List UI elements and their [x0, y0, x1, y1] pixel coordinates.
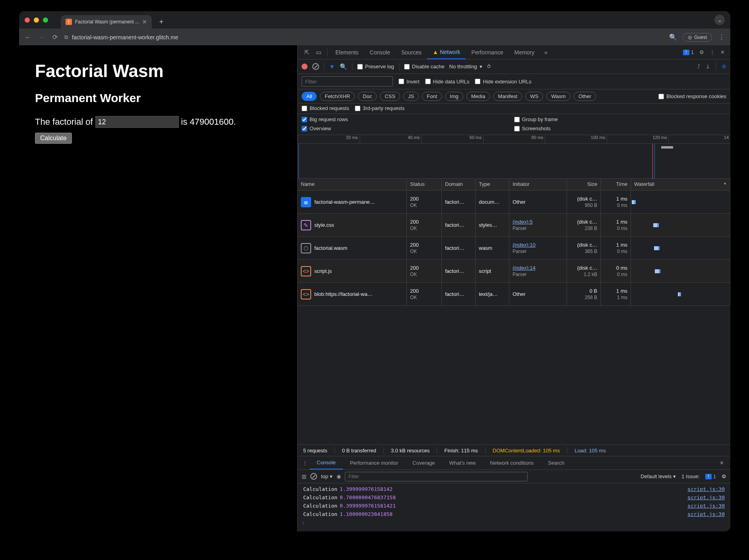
search-icon[interactable]: 🔍: [340, 63, 347, 70]
zoom-icon[interactable]: 🔍: [669, 33, 677, 41]
console-prompt[interactable]: ›: [298, 518, 730, 527]
tab-sources[interactable]: Sources: [396, 45, 427, 59]
table-row[interactable]: <>script.js200OKfactori…script(index):14…: [298, 260, 730, 283]
maximize-window-button[interactable]: [43, 17, 48, 23]
tab-memory[interactable]: Memory: [509, 45, 540, 59]
import-har-icon[interactable]: ⤴: [697, 64, 700, 70]
close-drawer-icon[interactable]: ✕: [720, 460, 728, 466]
log-source-link[interactable]: script.js:30: [687, 494, 725, 500]
settings-icon[interactable]: ⚙: [699, 49, 704, 55]
context-select[interactable]: top▾: [321, 473, 333, 479]
invert-checkbox[interactable]: Invert: [399, 79, 420, 85]
tab-search-button[interactable]: ⌄: [714, 15, 725, 25]
type-pill-manifest[interactable]: Manifest: [493, 92, 522, 101]
clear-button[interactable]: [312, 63, 319, 70]
table-row[interactable]: ✎style.css200OKfactori…styles…(index):5P…: [298, 214, 730, 237]
initiator-text[interactable]: (index):14: [513, 265, 563, 271]
profile-button[interactable]: ◎ Guest: [683, 33, 712, 42]
table-row[interactable]: <>blob:https://factorial-wa…200OKfactori…: [298, 283, 730, 306]
log-source-link[interactable]: script.js:30: [687, 503, 725, 509]
drawer-tab-search[interactable]: Search: [541, 456, 571, 469]
col-domain[interactable]: Domain: [442, 179, 476, 190]
blocked-requests-checkbox[interactable]: Blocked requests: [302, 105, 349, 111]
overview-timeline[interactable]: 20 ms40 ms60 ms80 ms100 ms120 ms14: [298, 135, 730, 179]
type-pill-ws[interactable]: WS: [525, 92, 543, 101]
overview-checkbox[interactable]: Overview: [302, 126, 514, 131]
drawer-tab-console[interactable]: Console: [310, 456, 343, 469]
filter-input[interactable]: [302, 76, 393, 87]
drawer-menu-icon[interactable]: ⋮: [300, 460, 310, 466]
throttling-select[interactable]: No throttling▾: [449, 64, 482, 70]
initiator-text[interactable]: (index):5: [513, 219, 563, 225]
browser-tab[interactable]: f Factorial Wasm (permanent ... ✕: [61, 15, 152, 29]
tab-console[interactable]: Console: [364, 45, 395, 59]
more-tabs-icon[interactable]: »: [540, 49, 552, 56]
drawer-tab-whatsnew[interactable]: What's new: [442, 456, 483, 469]
inspect-element-icon[interactable]: ⇱: [301, 49, 313, 56]
initiator-text[interactable]: (index):10: [513, 242, 563, 248]
site-info-icon[interactable]: ⧉: [64, 34, 68, 41]
type-pill-css[interactable]: CSS: [380, 92, 400, 101]
type-pill-all[interactable]: All: [302, 92, 317, 101]
close-devtools-icon[interactable]: ✕: [720, 49, 725, 55]
type-pill-img[interactable]: Img: [445, 92, 463, 101]
forward-button[interactable]: →: [37, 34, 45, 41]
big-rows-checkbox[interactable]: Big request rows: [302, 116, 514, 122]
preserve-log-checkbox[interactable]: Preserve log: [357, 64, 394, 70]
close-window-button[interactable]: [25, 17, 30, 23]
filter-toggle-icon[interactable]: ▼: [329, 63, 335, 70]
group-frame-checkbox[interactable]: Group by frame: [514, 116, 727, 122]
table-row[interactable]: ≣factorial-wasm-permane…200OKfactori…doc…: [298, 191, 730, 214]
reload-button[interactable]: ⟳: [51, 33, 59, 41]
log-source-link[interactable]: script.js:30: [687, 486, 725, 492]
calculate-button[interactable]: Calculate: [35, 133, 72, 144]
address-bar[interactable]: ⧉ factorial-wasm-permanent-worker.glitch…: [64, 34, 664, 41]
device-toggle-icon[interactable]: ▭: [313, 49, 325, 56]
col-size[interactable]: Size: [567, 179, 601, 190]
type-pill-wasm[interactable]: Wasm: [546, 92, 570, 101]
log-source-link[interactable]: script.js:30: [687, 511, 725, 517]
type-pill-fetchxhr[interactable]: Fetch/XHR: [320, 92, 355, 101]
log-levels-select[interactable]: Default levels▾: [641, 473, 676, 479]
hide-ext-urls-checkbox[interactable]: Hide extension URLs: [475, 79, 531, 85]
screenshots-checkbox[interactable]: Screenshots: [514, 126, 727, 131]
new-tab-button[interactable]: +: [156, 16, 167, 27]
console-settings-icon[interactable]: ⚙: [722, 473, 726, 479]
factorial-input[interactable]: [95, 116, 179, 128]
devtools-menu-icon[interactable]: ⋮: [710, 49, 715, 55]
export-har-icon[interactable]: ⤓: [706, 64, 710, 70]
col-initiator[interactable]: Initiator: [509, 179, 567, 190]
col-status[interactable]: Status: [407, 179, 442, 190]
type-pill-font[interactable]: Font: [422, 92, 442, 101]
console-issue-chip[interactable]: ! 1: [705, 473, 716, 479]
type-pill-other[interactable]: Other: [574, 92, 596, 101]
tab-performance[interactable]: Performance: [466, 45, 509, 59]
record-button[interactable]: [302, 64, 308, 70]
network-settings-icon[interactable]: ⚙: [722, 64, 726, 70]
drawer-tab-perfmon[interactable]: Performance monitor: [343, 456, 405, 469]
console-filter-input[interactable]: [345, 472, 528, 481]
tab-elements[interactable]: Elements: [330, 45, 364, 59]
live-expression-icon[interactable]: ◉: [337, 473, 341, 479]
type-pill-doc[interactable]: Doc: [358, 92, 377, 101]
disable-cache-checkbox[interactable]: Disable cache: [404, 64, 445, 70]
kebab-menu-icon[interactable]: ⋮: [718, 33, 726, 41]
blocked-cookies-checkbox[interactable]: Blocked response cookies: [658, 93, 726, 99]
tab-network[interactable]: ▲ Network: [427, 45, 466, 59]
minimize-window-button[interactable]: [34, 17, 39, 23]
type-pill-js[interactable]: JS: [403, 92, 419, 101]
type-pill-media[interactable]: Media: [466, 92, 490, 101]
back-button[interactable]: ←: [24, 34, 32, 41]
col-type[interactable]: Type: [476, 179, 509, 190]
console-sidebar-icon[interactable]: ▥: [302, 473, 306, 479]
col-waterfall[interactable]: Waterfall▲: [631, 179, 730, 190]
close-tab-icon[interactable]: ✕: [142, 19, 147, 25]
thirdparty-checkbox[interactable]: 3rd-party requests: [355, 105, 405, 111]
hide-data-urls-checkbox[interactable]: Hide data URLs: [425, 79, 470, 85]
drawer-tab-netcond[interactable]: Network conditions: [483, 456, 541, 469]
issues-counter[interactable]: ! 1: [683, 49, 694, 55]
table-row[interactable]: ⬡factorial.wasm200OKfactori…wasm(index):…: [298, 237, 730, 260]
col-time[interactable]: Time: [601, 179, 631, 190]
drawer-tab-coverage[interactable]: Coverage: [405, 456, 442, 469]
network-conditions-icon[interactable]: ⥀: [487, 64, 491, 70]
